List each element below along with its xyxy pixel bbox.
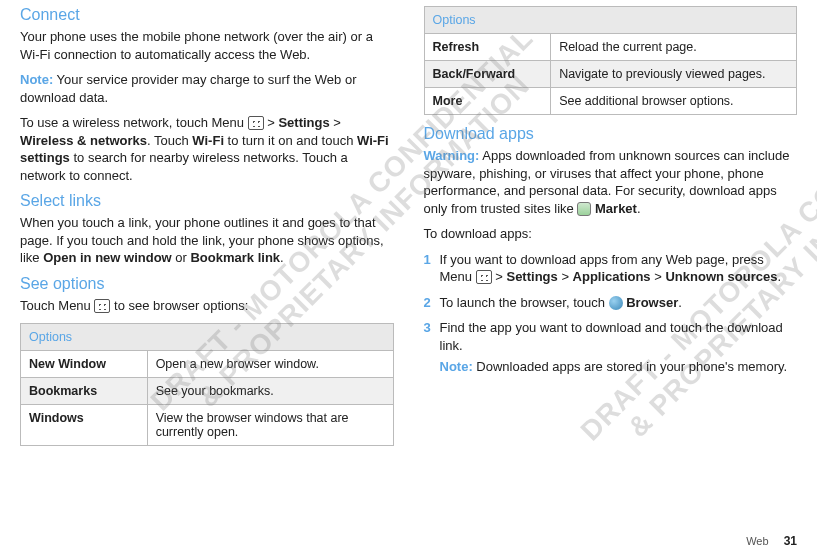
opt-key: Bookmarks <box>21 377 148 404</box>
menu-icon <box>476 270 492 284</box>
list-item: 3 Find the app you want to download and … <box>424 319 798 376</box>
settings-label: Settings <box>278 115 329 130</box>
txt: . <box>678 295 682 310</box>
table1-header: Options <box>21 323 394 350</box>
footer-page-number: 31 <box>784 534 797 548</box>
txt: > <box>558 269 573 284</box>
note-label: Note: <box>440 359 473 374</box>
txt: > <box>264 115 279 130</box>
opt-key: More <box>424 88 551 115</box>
menu-icon <box>94 299 110 313</box>
txt: to turn it on and touch <box>224 133 357 148</box>
table-row: New Window Open a new browser window. <box>21 350 394 377</box>
connect-p3: To use a wireless network, touch Menu > … <box>20 114 394 184</box>
opt-val: View the browser windows that are curren… <box>147 404 393 445</box>
settings-label: Settings <box>506 269 557 284</box>
browser-icon <box>609 296 623 310</box>
table-row: Back/Forward Navigate to previously view… <box>424 61 797 88</box>
txt: > <box>492 269 507 284</box>
txt: > <box>651 269 666 284</box>
txt: To use a wireless network, touch Menu <box>20 115 248 130</box>
opt-val: Navigate to previously viewed pages. <box>551 61 797 88</box>
opt-key: Back/Forward <box>424 61 551 88</box>
step-number: 2 <box>424 294 431 312</box>
market-icon <box>577 202 591 216</box>
table-row: Refresh Reload the current page. <box>424 34 797 61</box>
txt: to search for nearby wireless networks. … <box>20 150 348 183</box>
bookmark-link-label: Bookmark link <box>190 250 280 265</box>
menu-icon <box>248 116 264 130</box>
heading-download-apps: Download apps <box>424 125 798 143</box>
heading-select-links: Select links <box>20 192 394 210</box>
connect-note: Note: Your service provider may charge t… <box>20 71 394 106</box>
applications-label: Applications <box>573 269 651 284</box>
opt-key: Windows <box>21 404 148 445</box>
left-column: Connect Your phone uses the mobile phone… <box>20 0 394 456</box>
open-new-window-label: Open in new window <box>43 250 172 265</box>
heading-connect: Connect <box>20 6 394 24</box>
table-row: More See additional browser options. <box>424 88 797 115</box>
download-steps: 1 If you want to download apps from any … <box>424 251 798 376</box>
txt: . Touch <box>147 133 192 148</box>
browser-label: Browser <box>626 295 678 310</box>
wireless-label: Wireless & networks <box>20 133 147 148</box>
txt: Downloaded apps are stored in your phone… <box>473 359 787 374</box>
market-label: Market <box>595 201 637 216</box>
txt: > <box>330 115 341 130</box>
warning-label: Warning: <box>424 148 480 163</box>
step3-note: Note: Downloaded apps are stored in your… <box>440 358 798 376</box>
options-table-1: Options New Window Open a new browser wi… <box>20 323 394 446</box>
footer-section: Web <box>746 535 768 547</box>
list-item: 2 To launch the browser, touch Browser. <box>424 294 798 312</box>
txt: . <box>280 250 284 265</box>
table-row: Bookmarks See your bookmarks. <box>21 377 394 404</box>
txt: . <box>777 269 781 284</box>
opt-val: See your bookmarks. <box>147 377 393 404</box>
table-row: Windows View the browser windows that ar… <box>21 404 394 445</box>
see-options-intro: Touch Menu to see browser options: <box>20 297 394 315</box>
heading-see-options: See options <box>20 275 394 293</box>
note-text: Your service provider may charge to surf… <box>20 72 356 105</box>
wifi-label: Wi-Fi <box>192 133 224 148</box>
opt-val: See additional browser options. <box>551 88 797 115</box>
txt: or <box>172 250 191 265</box>
opt-key: New Window <box>21 350 148 377</box>
list-item: 1 If you want to download apps from any … <box>424 251 798 286</box>
step-number: 1 <box>424 251 431 269</box>
table2-header: Options <box>424 7 797 34</box>
txt: to see browser options: <box>110 298 248 313</box>
opt-val: Reload the current page. <box>551 34 797 61</box>
opt-val: Open a new browser window. <box>147 350 393 377</box>
opt-key: Refresh <box>424 34 551 61</box>
select-p1: When you touch a link, your phone outlin… <box>20 214 394 267</box>
options-table-2: Options Refresh Reload the current page.… <box>424 6 798 115</box>
connect-p1: Your phone uses the mobile phone network… <box>20 28 394 63</box>
txt: . <box>637 201 641 216</box>
page-footer: Web 31 <box>746 534 797 548</box>
note-label: Note: <box>20 72 53 87</box>
txt: Touch Menu <box>20 298 94 313</box>
right-column: Options Refresh Reload the current page.… <box>424 0 798 456</box>
step-number: 3 <box>424 319 431 337</box>
txt: Find the app you want to download and to… <box>440 320 783 353</box>
unknown-sources-label: Unknown sources <box>665 269 777 284</box>
download-warning: Warning: Apps downloaded from unknown so… <box>424 147 798 217</box>
download-intro: To download apps: <box>424 225 798 243</box>
txt: To launch the browser, touch <box>440 295 609 310</box>
